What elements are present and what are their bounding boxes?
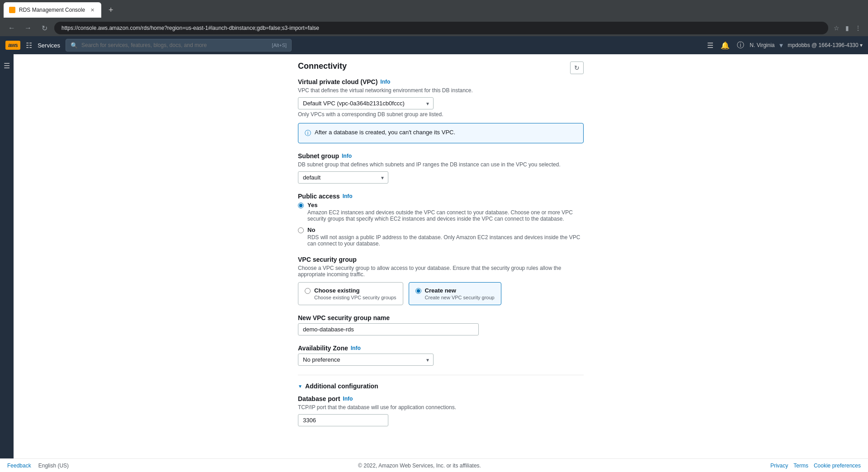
create-new-desc: Create new VPC security group	[425, 295, 495, 300]
subnet-select-wrapper: default ▼	[298, 171, 388, 184]
database-port-section: Database port Info TCP/IP port that the …	[298, 395, 584, 426]
aws-topnav: aws ☷ Services 🔍 [Alt+S] ☰ 🔔 ⓘ N. Virgin…	[0, 36, 868, 54]
search-bar[interactable]: 🔍 [Alt+S]	[66, 39, 292, 52]
create-new-label: Create new	[425, 287, 495, 294]
copyright: © 2022, Amazon Web Services, Inc. or its…	[358, 463, 481, 469]
vpc-label: Virtual private cloud (VPC) Info	[298, 78, 584, 85]
scroll-container: Connectivity ↻ Virtual private cloud (VP…	[287, 54, 594, 463]
public-access-no-radio[interactable]	[298, 227, 304, 233]
browser-tab[interactable]: RDS Management Console ✕	[4, 2, 101, 18]
db-port-label: Database port Info	[298, 395, 584, 402]
public-access-label: Public access Info	[298, 193, 584, 200]
account-menu[interactable]: mpdobbs @ 1664-1396-4330 ▾	[788, 42, 863, 48]
subnet-group-label: Subnet group Info	[298, 152, 584, 160]
page-footer: Feedback English (US) © 2022, Amazon Web…	[0, 458, 868, 472]
subnet-group-select[interactable]: default	[298, 171, 388, 184]
vpc-security-group-section: VPC security group Choose a VPC security…	[298, 256, 584, 305]
sidebar: ☰	[0, 54, 14, 472]
public-access-radio-group: Yes Amazon EC2 instances and devices out…	[298, 202, 584, 247]
search-input[interactable]	[81, 42, 268, 48]
new-tab-button[interactable]: +	[105, 4, 117, 17]
additional-config-header[interactable]: ▼ Additional configuration	[298, 375, 584, 390]
footer-right: Privacy Terms Cookie preferences	[770, 463, 861, 469]
tab-favicon	[9, 7, 15, 13]
tab-title: RDS Management Console	[19, 7, 85, 13]
public-access-yes-radio[interactable]	[298, 203, 304, 208]
new-sg-name-input[interactable]	[298, 323, 479, 335]
additional-config-section: ▼ Additional configuration Database port…	[298, 375, 584, 426]
vpc-warning-text: After a database is created, you can't c…	[315, 129, 455, 136]
footer-left: Feedback English (US)	[7, 463, 69, 469]
privacy-link[interactable]: Privacy	[770, 463, 788, 469]
vpc-info-box: ⓘ After a database is created, you can't…	[298, 123, 584, 143]
info-circle-icon: ⓘ	[305, 129, 311, 137]
refresh-section-button[interactable]: ↻	[570, 61, 584, 74]
menu-icon[interactable]: ⋮	[854, 24, 863, 33]
subnet-info-link[interactable]: Info	[342, 153, 352, 159]
search-shortcut: [Alt+S]	[272, 42, 287, 48]
security-group-options: Choose existing Choose existing VPC secu…	[298, 282, 584, 305]
db-port-input[interactable]	[298, 414, 388, 426]
collapse-icon: ▼	[298, 384, 302, 389]
vpc-select-wrapper: Default VPC (vpc-0a364b2131cb0fccc) ▼	[298, 97, 434, 109]
aws-logo: aws	[5, 41, 20, 50]
public-access-no-label: No	[307, 227, 584, 233]
vpc-select[interactable]: Default VPC (vpc-0a364b2131cb0fccc)	[298, 97, 434, 109]
sidebar-menu-icon[interactable]: ☰	[0, 58, 14, 74]
az-label: Availability Zone Info	[298, 345, 584, 352]
vpc-sg-label: VPC security group	[298, 256, 584, 263]
apps-grid-icon[interactable]: ☷	[26, 41, 32, 50]
new-sg-name-label: New VPC security group name	[298, 314, 584, 321]
browser-actions: ☆ ▮ ⋮	[832, 24, 863, 33]
additional-config-label: Additional configuration	[305, 382, 378, 390]
bell-icon[interactable]: 🔔	[719, 39, 731, 52]
choose-existing-desc: Choose existing VPC security groups	[314, 295, 396, 300]
create-new-option[interactable]: Create new Create new VPC security group	[409, 282, 501, 305]
browser-chrome: RDS Management Console ✕ +	[0, 0, 868, 20]
vpc-note: Only VPCs with a corresponding DB subnet…	[298, 111, 584, 118]
choose-existing-radio[interactable]	[305, 288, 311, 294]
public-access-yes-label: Yes	[307, 202, 584, 208]
public-access-info-link[interactable]: Info	[343, 193, 353, 199]
public-access-no-desc: RDS will not assign a public IP address …	[307, 234, 584, 247]
region-selector[interactable]: N. Virginia	[750, 42, 774, 48]
vpc-section: Virtual private cloud (VPC) Info VPC tha…	[298, 78, 584, 143]
language-selector[interactable]: English (US)	[38, 463, 69, 469]
help-icon[interactable]: ⓘ	[735, 39, 746, 52]
az-select-wrapper: No preference ▼	[298, 354, 434, 366]
terms-link[interactable]: Terms	[793, 463, 808, 469]
nav-right: ☰ 🔔 ⓘ N. Virginia ▼ mpdobbs @ 1664-1396-…	[705, 39, 863, 52]
forward-button[interactable]: →	[22, 22, 34, 34]
tab-close-button[interactable]: ✕	[89, 6, 96, 14]
az-select[interactable]: No preference	[298, 354, 434, 366]
db-port-description: TCP/IP port that the database will use f…	[298, 404, 584, 411]
vpc-description: VPC that defines the virtual networking …	[298, 87, 584, 94]
db-port-info-link[interactable]: Info	[343, 396, 353, 402]
az-section: Availability Zone Info No preference ▼	[298, 345, 584, 366]
subnet-group-description: DB subnet group that defines which subne…	[298, 161, 584, 168]
back-button[interactable]: ←	[5, 22, 18, 34]
public-access-yes-desc: Amazon EC2 instances and devices outside…	[307, 209, 584, 222]
feedback-link[interactable]: Feedback	[7, 463, 31, 469]
public-access-yes-option[interactable]: Yes Amazon EC2 instances and devices out…	[298, 202, 584, 222]
new-sg-name-section: New VPC security group name	[298, 314, 584, 335]
section-title: Connectivity	[298, 61, 584, 71]
extension-icon[interactable]: ▮	[843, 24, 852, 33]
public-access-section: Public access Info Yes Amazon EC2 instan…	[298, 193, 584, 247]
refresh-button[interactable]: ↻	[38, 22, 51, 34]
main-layout: ☰ Connectivity ↻ Virtual private cloud (…	[0, 54, 868, 472]
public-access-no-option[interactable]: No RDS will not assign a public IP addre…	[298, 227, 584, 247]
create-new-radio[interactable]	[415, 288, 421, 294]
console-home-icon[interactable]: ☰	[705, 39, 715, 52]
services-button[interactable]: Services	[38, 42, 60, 49]
content-area: Connectivity ↻ Virtual private cloud (VP…	[14, 54, 868, 472]
url-input[interactable]	[54, 22, 828, 34]
choose-existing-option[interactable]: Choose existing Choose existing VPC secu…	[298, 282, 403, 305]
az-info-link[interactable]: Info	[351, 345, 361, 351]
address-bar: ← → ↻ ☆ ▮ ⋮	[0, 20, 868, 36]
choose-existing-label: Choose existing	[314, 287, 396, 294]
bookmark-icon[interactable]: ☆	[832, 24, 841, 33]
vpc-sg-description: Choose a VPC security group to allow acc…	[298, 265, 584, 278]
cookie-preferences-link[interactable]: Cookie preferences	[814, 463, 861, 469]
vpc-info-link[interactable]: Info	[380, 79, 390, 85]
